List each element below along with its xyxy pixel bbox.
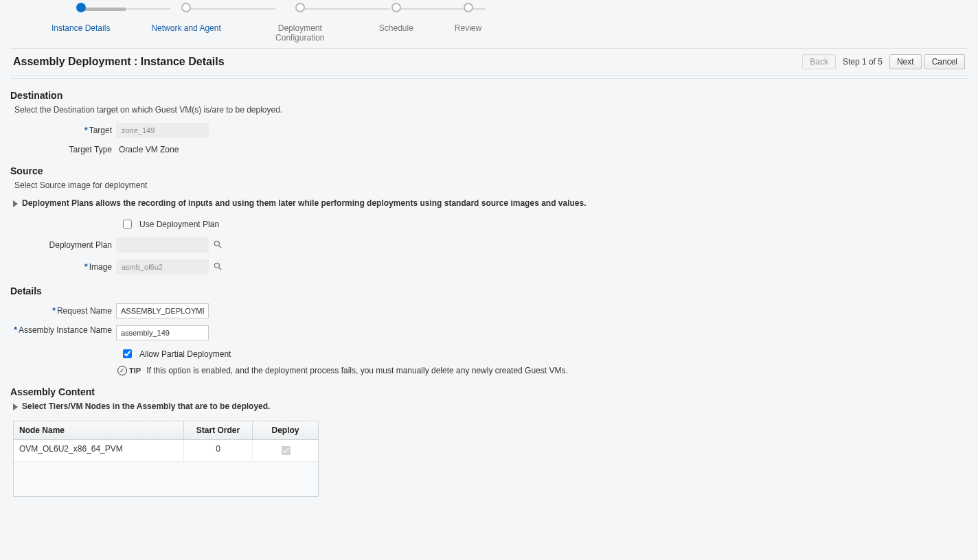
assembly-instance-row: *Assembly Instance Name — [13, 325, 968, 340]
table-empty-space — [14, 462, 318, 496]
wizard-step-instance-details[interactable]: Instance Details — [52, 3, 110, 33]
target-type-row: Target Type Oracle VM Zone — [13, 145, 968, 154]
deployment-plan-field — [116, 237, 209, 253]
image-label: Image — [89, 262, 112, 272]
wizard-step-network-agent[interactable]: Network and Agent — [151, 3, 220, 33]
target-label: Target — [89, 126, 112, 135]
table-header: Node Name Start Order Deploy — [14, 421, 318, 440]
step-circle-icon — [181, 3, 191, 12]
target-row: *Target zone_149 — [13, 123, 968, 138]
use-deployment-plan-label: Use Deployment Plan — [139, 220, 219, 229]
request-name-label: Request Name — [57, 306, 112, 316]
allow-partial-checkbox[interactable] — [123, 349, 132, 358]
step-indicator: Step 1 of 5 — [843, 57, 883, 67]
target-type-label: Target Type — [69, 145, 112, 154]
tip-icon: ✓ TIP — [117, 366, 141, 375]
chevron-right-icon — [13, 404, 18, 410]
step-circle-icon — [391, 3, 401, 12]
assembly-instance-input[interactable] — [116, 325, 209, 340]
col-node-name: Node Name — [14, 421, 184, 440]
page-header: Assembly Deployment : Instance Details B… — [10, 48, 968, 75]
svg-point-0 — [214, 241, 219, 246]
step-label: Instance Details — [52, 23, 110, 33]
svg-line-1 — [219, 245, 222, 248]
wizard-step-review[interactable]: Review — [455, 3, 481, 33]
image-row: *Image asmb_ol6u2 — [13, 259, 968, 275]
section-title-source: Source — [10, 165, 968, 176]
deployment-plan-row: Deployment Plan — [13, 237, 968, 253]
svg-point-2 — [214, 263, 219, 268]
wizard-step-schedule[interactable]: Schedule — [379, 3, 413, 33]
cell-start-order: 0 — [184, 440, 253, 462]
tip-row: ✓ TIP If this option is enabled, and the… — [117, 366, 968, 375]
deployment-plans-hint[interactable]: Deployment Plans allows the recording of… — [13, 198, 968, 208]
allow-partial-label: Allow Partial Deployment — [139, 349, 231, 359]
deployment-plans-hint-text: Deployment Plans allows the recording of… — [22, 198, 587, 208]
section-desc-destination: Select the Destination target on which G… — [14, 105, 968, 115]
target-type-value: Oracle VM Zone — [116, 145, 179, 154]
request-name-input[interactable] — [116, 303, 209, 318]
col-deploy: Deploy — [253, 421, 318, 440]
step-label: Deployment Configuration — [262, 23, 338, 43]
page-title: Assembly Deployment : Instance Details — [13, 56, 225, 68]
step-label: Review — [455, 23, 481, 33]
step-label: Schedule — [379, 23, 413, 33]
assembly-hint[interactable]: Select Tiers/VM Nodes in the Assembly th… — [13, 401, 968, 411]
search-icon[interactable] — [213, 261, 223, 273]
step-label: Network and Agent — [151, 23, 220, 33]
request-name-row: *Request Name — [13, 303, 968, 318]
col-start-order: Start Order — [184, 421, 253, 440]
section-title-destination: Destination — [10, 90, 968, 101]
tip-label: TIP — [129, 366, 141, 375]
step-circle-icon — [464, 3, 473, 12]
tip-text: If this option is enabled, and the deplo… — [146, 366, 568, 375]
cancel-button[interactable]: Cancel — [924, 54, 965, 69]
section-desc-source: Select Source image for deployment — [14, 180, 968, 190]
divider — [10, 78, 968, 79]
cell-deploy — [253, 440, 318, 462]
back-button[interactable]: Back — [802, 54, 836, 69]
section-title-assembly: Assembly Content — [10, 386, 968, 397]
deploy-checkbox[interactable] — [282, 446, 291, 455]
wizard-stepper: Instance Details Network and Agent Deplo… — [10, 0, 968, 45]
assembly-instance-label: Assembly Instance Name — [19, 325, 112, 335]
search-icon[interactable] — [213, 240, 223, 251]
chevron-right-icon — [13, 200, 18, 207]
allow-partial-row: Allow Partial Deployment — [120, 347, 968, 360]
check-circle-icon: ✓ — [117, 366, 127, 375]
table-row: OVM_OL6U2_x86_64_PVM 0 — [14, 440, 318, 462]
image-field: asmb_ol6u2 — [116, 259, 209, 275]
assembly-hint-text: Select Tiers/VM Nodes in the Assembly th… — [22, 401, 270, 411]
target-value: zone_149 — [116, 123, 209, 138]
svg-line-3 — [219, 267, 222, 270]
wizard-step-deployment-config[interactable]: Deployment Configuration — [262, 3, 338, 43]
step-circle-icon — [76, 3, 86, 12]
deployment-plan-label: Deployment Plan — [49, 240, 112, 250]
next-button[interactable]: Next — [889, 54, 922, 69]
section-title-details: Details — [10, 285, 968, 296]
step-circle-icon — [295, 3, 305, 12]
use-deployment-plan-checkbox[interactable] — [123, 220, 132, 229]
header-actions: Back Step 1 of 5 Next Cancel — [802, 54, 965, 69]
use-deployment-plan-row: Use Deployment Plan — [120, 218, 968, 231]
assembly-table: Node Name Start Order Deploy OVM_OL6U2_x… — [13, 421, 319, 497]
cell-node-name: OVM_OL6U2_x86_64_PVM — [14, 440, 184, 462]
